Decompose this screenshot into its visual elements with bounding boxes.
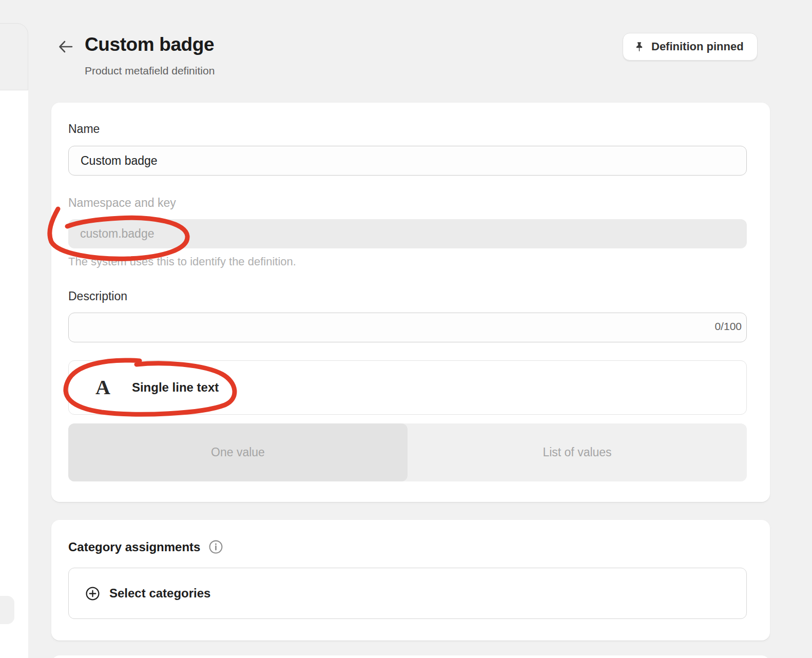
left-cropped-popover — [0, 90, 28, 658]
value-mode-segmented-control: One value List of values — [68, 423, 747, 481]
single-line-text-icon: A — [95, 377, 110, 398]
namespace-input — [68, 219, 747, 248]
content-type-row[interactable]: A Single line text — [68, 360, 747, 415]
definition-pinned-label: Definition pinned — [651, 40, 744, 53]
list-of-values-segment[interactable]: List of values — [408, 423, 747, 481]
one-value-segment[interactable]: One value — [68, 423, 408, 481]
back-button[interactable] — [55, 38, 76, 56]
select-categories-label: Select categories — [109, 586, 210, 601]
back-arrow-icon — [57, 38, 74, 56]
namespace-label: Namespace and key — [68, 196, 176, 210]
description-char-counter: 0/100 — [714, 320, 742, 333]
left-cropped-tab — [0, 596, 14, 624]
description-label: Description — [68, 289, 127, 303]
category-assignments-card: Category assignments Select categories — [51, 520, 770, 641]
page-subtitle: Product metafield definition — [85, 65, 215, 77]
select-categories-button[interactable]: Select categories — [68, 568, 747, 619]
next-card-sliver — [51, 655, 770, 658]
definition-pinned-button[interactable]: Definition pinned — [623, 33, 758, 61]
content-type-label: Single line text — [132, 380, 219, 395]
description-input[interactable] — [68, 313, 747, 342]
definition-card: Name Namespace and key The system uses t… — [51, 103, 770, 502]
info-icon[interactable] — [208, 539, 223, 554]
plus-circle-icon — [85, 586, 100, 601]
name-input[interactable] — [68, 146, 747, 176]
name-label: Name — [68, 122, 100, 136]
left-cropped-panel — [0, 23, 28, 90]
pin-icon — [633, 41, 645, 53]
namespace-help-text: The system uses this to identify the def… — [68, 255, 296, 268]
page-title: Custom badge — [85, 34, 214, 55]
category-assignments-heading: Category assignments — [68, 540, 200, 554]
